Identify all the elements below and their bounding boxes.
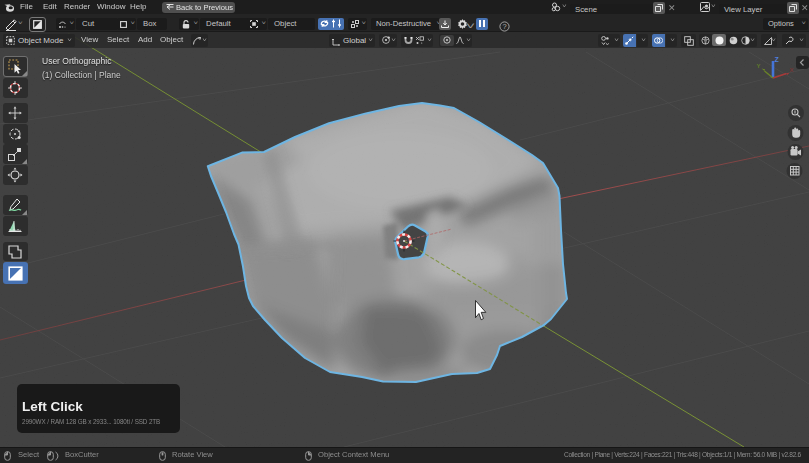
svg-text:?: ? (503, 22, 507, 31)
